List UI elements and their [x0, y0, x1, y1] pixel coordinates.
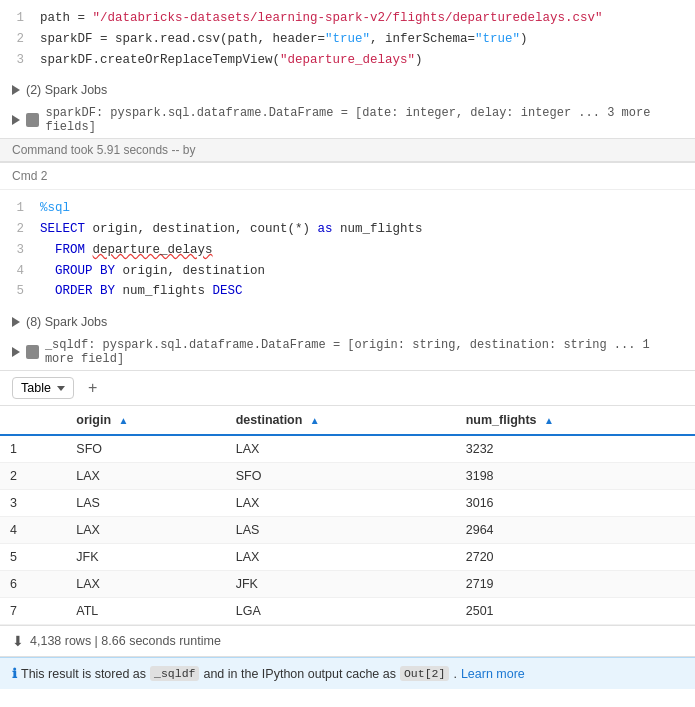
- table-row: 4 LAX LAS 2964: [0, 517, 695, 544]
- code-line-1: 1 path = "/databricks-datasets/learning-…: [0, 8, 695, 29]
- cell-origin: SFO: [66, 435, 225, 463]
- schema-row-1: sparkDF: pyspark.sql.dataframe.DataFrame…: [0, 102, 695, 138]
- table-view-button[interactable]: Table: [12, 377, 74, 399]
- table-row: 2 LAX SFO 3198: [0, 463, 695, 490]
- table-row: 3 LAS LAX 3016: [0, 490, 695, 517]
- code-line-sql-2: 2 SELECT origin, destination, count(*) a…: [0, 219, 695, 240]
- table-header-row: origin ▲ destination ▲ num_flights ▲: [0, 406, 695, 435]
- row-number: 4: [0, 517, 66, 544]
- cell-num-flights: 2719: [456, 571, 695, 598]
- info-text-2: and in the IPython output cache as: [203, 667, 396, 681]
- line-number: 4: [0, 262, 40, 281]
- spark-jobs-row-1[interactable]: (2) Spark Jobs: [0, 78, 695, 102]
- table-row: 7 ATL LGA 2501: [0, 598, 695, 625]
- cell-origin: ATL: [66, 598, 225, 625]
- table-view-label: Table: [21, 381, 51, 395]
- chevron-down-icon: [57, 386, 65, 391]
- cell-num-flights: 2501: [456, 598, 695, 625]
- cell-destination: LAX: [226, 490, 456, 517]
- line-number: 2: [0, 220, 40, 239]
- expand-icon: [12, 317, 20, 327]
- code-content: sparkDF = spark.read.csv(path, header="t…: [40, 30, 695, 49]
- code-line-sql-1: 1 %sql: [0, 198, 695, 219]
- code-line-sql-4: 4 GROUP BY origin, destination: [0, 261, 695, 282]
- cell-destination: LAX: [226, 544, 456, 571]
- cell-destination: LAS: [226, 517, 456, 544]
- sort-icon: ▲: [119, 415, 129, 426]
- table-row: 6 LAX JFK 2719: [0, 571, 695, 598]
- varname-label: _sqldf: [150, 666, 199, 681]
- table-section: Table + origin ▲ destination ▲: [0, 370, 695, 656]
- code-line-sql-5: 5 ORDER BY num_flights DESC: [0, 281, 695, 302]
- code-content: sparkDF.createOrReplaceTempView("departu…: [40, 51, 695, 70]
- expand-icon: [12, 347, 20, 357]
- sort-icon: ▲: [310, 415, 320, 426]
- code-content: SELECT origin, destination, count(*) as …: [40, 220, 695, 239]
- row-number: 3: [0, 490, 66, 517]
- line-number: 2: [0, 30, 40, 49]
- table-row: 5 JFK LAX 2720: [0, 544, 695, 571]
- spark-jobs-label: (2) Spark Jobs: [26, 83, 107, 97]
- sort-icon: ▲: [544, 415, 554, 426]
- info-text-3: .: [453, 667, 456, 681]
- cell-origin: LAX: [66, 463, 225, 490]
- download-icon[interactable]: ⬇: [12, 633, 24, 649]
- table-row: 1 SFO LAX 3232: [0, 435, 695, 463]
- info-bar: ℹ This result is stored as _sqldf and in…: [0, 657, 695, 689]
- schema-text: sparkDF: pyspark.sql.dataframe.DataFrame…: [45, 106, 683, 134]
- line-number: 3: [0, 51, 40, 70]
- cell-destination: LGA: [226, 598, 456, 625]
- info-icon: ℹ: [12, 666, 17, 681]
- expand-icon: [12, 115, 20, 125]
- cell-num-flights: 2964: [456, 517, 695, 544]
- line-number: 1: [0, 199, 40, 218]
- line-number: 1: [0, 9, 40, 28]
- schema-text-2: _sqldf: pyspark.sql.dataframe.DataFrame …: [45, 338, 683, 366]
- col-header-destination[interactable]: destination ▲: [226, 406, 456, 435]
- cell-origin: LAX: [66, 571, 225, 598]
- command-took: Command took 5.91 seconds -- by: [0, 138, 695, 162]
- cell-destination: SFO: [226, 463, 456, 490]
- learn-more-link[interactable]: Learn more: [461, 667, 525, 681]
- add-view-button[interactable]: +: [82, 377, 103, 399]
- cell-destination: JFK: [226, 571, 456, 598]
- cache-var-label: Out[2]: [400, 666, 449, 681]
- results-table: origin ▲ destination ▲ num_flights ▲ 1 S…: [0, 406, 695, 625]
- col-header-num-flights[interactable]: num_flights ▲: [456, 406, 695, 435]
- code-content: ORDER BY num_flights DESC: [40, 282, 695, 301]
- cell-destination: LAX: [226, 435, 456, 463]
- dataframe-icon: [26, 113, 39, 127]
- col-header-origin[interactable]: origin ▲: [66, 406, 225, 435]
- line-number: 3: [0, 241, 40, 260]
- code-cell-1: 1 path = "/databricks-datasets/learning-…: [0, 0, 695, 163]
- schema-row-2: _sqldf: pyspark.sql.dataframe.DataFrame …: [0, 334, 695, 370]
- code-content: %sql: [40, 199, 695, 218]
- cell-num-flights: 3232: [456, 435, 695, 463]
- code-block-1: 1 path = "/databricks-datasets/learning-…: [0, 0, 695, 78]
- spark-jobs-label-2: (8) Spark Jobs: [26, 315, 107, 329]
- row-number: 7: [0, 598, 66, 625]
- code-line-2: 2 sparkDF = spark.read.csv(path, header=…: [0, 29, 695, 50]
- row-number: 5: [0, 544, 66, 571]
- dataframe-icon: [26, 345, 39, 359]
- code-cell-2: 1 %sql 2 SELECT origin, destination, cou…: [0, 190, 695, 657]
- cell-num-flights: 3016: [456, 490, 695, 517]
- code-content: GROUP BY origin, destination: [40, 262, 695, 281]
- cell-origin: LAS: [66, 490, 225, 517]
- spark-jobs-row-2[interactable]: (8) Spark Jobs: [0, 310, 695, 334]
- cell-num-flights: 2720: [456, 544, 695, 571]
- row-num-header: [0, 406, 66, 435]
- expand-icon: [12, 85, 20, 95]
- table-footer: ⬇ 4,138 rows | 8.66 seconds runtime: [0, 625, 695, 656]
- cell-origin: LAX: [66, 517, 225, 544]
- code-content: path = "/databricks-datasets/learning-sp…: [40, 9, 695, 28]
- table-toolbar: Table +: [0, 371, 695, 406]
- cell-num-flights: 3198: [456, 463, 695, 490]
- row-number: 2: [0, 463, 66, 490]
- code-line-sql-3: 3 FROM departure_delays: [0, 240, 695, 261]
- row-number: 6: [0, 571, 66, 598]
- info-text-1: This result is stored as: [21, 667, 146, 681]
- row-number: 1: [0, 435, 66, 463]
- code-line-3: 3 sparkDF.createOrReplaceTempView("depar…: [0, 50, 695, 71]
- line-number: 5: [0, 282, 40, 301]
